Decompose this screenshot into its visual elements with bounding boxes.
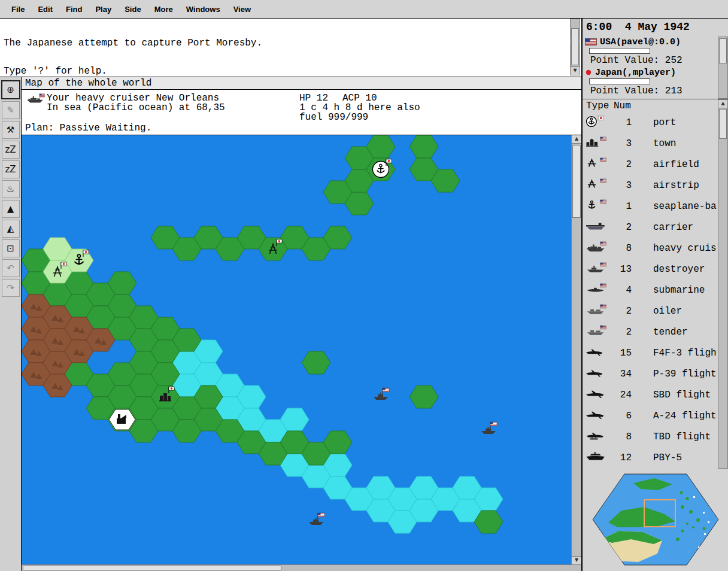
- map-window-title: Map of the whole world: [22, 77, 581, 90]
- menu-item-find[interactable]: Find: [59, 2, 89, 16]
- explore-tool[interactable]: ◭: [2, 220, 20, 238]
- unit-type-label: heavy cruis: [653, 243, 717, 254]
- world-map[interactable]: [22, 135, 572, 564]
- warship-icon: [26, 93, 45, 104]
- scrollbar-thumb[interactable]: [571, 28, 579, 65]
- scroll-down-icon[interactable]: ▼: [572, 556, 581, 564]
- unit-type-row[interactable]: 13 destroyer: [583, 259, 719, 280]
- unit-type-row[interactable]: 8 heavy cruis: [583, 238, 719, 259]
- unit-type-label: airfield: [653, 159, 699, 170]
- fighter-icon: [585, 346, 606, 357]
- unit-count: 34: [611, 369, 632, 379]
- unit-count: 3: [611, 138, 632, 149]
- unit-location: In sea (Pacific ocean) at 68,35: [47, 102, 225, 113]
- unit-type-row[interactable]: 2 airfield: [583, 154, 719, 175]
- scroll-up-icon[interactable]: ▲: [572, 135, 581, 144]
- fire-tool[interactable]: ♨: [2, 180, 20, 198]
- unit-type-label: oiler: [653, 306, 682, 317]
- unit-type-row[interactable]: 1 port: [583, 113, 719, 133]
- world-minimap[interactable]: [592, 472, 720, 567]
- unit-type-row[interactable]: 4 submarine: [583, 280, 719, 301]
- auxship-icon: [585, 325, 606, 336]
- menu-item-windows[interactable]: Windows: [180, 2, 227, 16]
- unit-count: 2: [611, 222, 632, 233]
- town-icon: [585, 136, 606, 148]
- auxship-icon: [585, 304, 606, 315]
- xconq-window: { "menu": {"items": ["File", "Edit", "Fi…: [0, 0, 728, 571]
- submarine-icon: [585, 283, 606, 294]
- column-num: Num: [614, 101, 631, 111]
- unit-list-scrollbar[interactable]: ▲: [718, 99, 728, 469]
- sleep-tool[interactable]: zZ: [2, 141, 20, 159]
- menu-item-more[interactable]: More: [148, 2, 180, 16]
- port-icon: [585, 116, 606, 127]
- undo-tool[interactable]: ↶: [2, 259, 20, 277]
- unit-type-row[interactable]: 6 A-24 flight: [583, 406, 719, 427]
- side-entry-japan[interactable]: Japan(,mplayer): [583, 67, 718, 78]
- unit-type-row[interactable]: 8 TBD flight: [583, 427, 719, 448]
- transfer-tool[interactable]: ⊡: [2, 239, 20, 257]
- seaplane-icon: [585, 199, 606, 211]
- unit-type-label: F4F-3 fligh: [653, 348, 717, 359]
- scroll-down-icon[interactable]: ▼: [571, 66, 580, 75]
- map-horizontal-scrollbar[interactable]: [22, 564, 581, 571]
- column-type: Type: [586, 101, 614, 111]
- unit-type-row[interactable]: 2 oiler: [583, 301, 719, 322]
- side-point-value: Point Value: 252: [583, 55, 718, 67]
- unit-type-row[interactable]: 3 town: [583, 133, 719, 154]
- side-name: Japan(,mplayer): [595, 68, 676, 78]
- rest-tool[interactable]: zZ: [2, 160, 20, 178]
- menu-item-edit[interactable]: Edit: [31, 2, 59, 16]
- unit-list-header: Type Num: [583, 99, 719, 113]
- unit-type-label: A-24 flight: [653, 411, 717, 421]
- unit-type-label: tender: [653, 327, 688, 338]
- unit-type-label: town: [653, 138, 676, 149]
- unit-type-label: port: [653, 117, 676, 128]
- unit-type-row[interactable]: 15 F4F-3 fligh: [583, 343, 719, 364]
- torpbomber-icon: [585, 430, 606, 441]
- menu-item-view[interactable]: View: [227, 2, 257, 16]
- scrollbar-thumb[interactable]: [719, 38, 727, 63]
- unit-count: 8: [611, 243, 632, 254]
- notice-line: Type '?' for help.: [4, 67, 567, 77]
- menu-item-file[interactable]: File: [5, 2, 31, 16]
- survey-tool[interactable]: ⊕: [1, 80, 20, 99]
- draw-tool[interactable]: ✎: [2, 101, 20, 119]
- notice-area: The Japanese attempt to capture Port Mor…: [0, 19, 581, 77]
- unit-type-row[interactable]: 1 seaplane-ba: [583, 196, 719, 217]
- scrollbar-thumb[interactable]: [719, 109, 727, 139]
- unit-type-label: seaplane-ba: [653, 201, 717, 212]
- unit-count: 1: [611, 117, 632, 128]
- unit-type-label: PBY-5: [653, 452, 682, 463]
- scroll-up-icon[interactable]: ▲: [718, 100, 727, 108]
- notice-line: The Japanese attempt to capture Port Mor…: [4, 39, 567, 48]
- side-entry-usa[interactable]: USA(pavel@:0.0): [583, 37, 718, 48]
- scrollbar-thumb[interactable]: [572, 145, 581, 218]
- side-name: USA(pavel@:0.0): [600, 37, 681, 47]
- unit-type-row[interactable]: 2 carrier: [583, 217, 719, 238]
- unit-count: 3: [611, 180, 632, 191]
- build-tool[interactable]: ⚒: [2, 121, 20, 139]
- unit-type-row[interactable]: 34 P-39 flight: [583, 364, 719, 385]
- sides-scrollbar[interactable]: [718, 37, 728, 99]
- side-progress-bar: [589, 48, 650, 54]
- unit-type-label: SBD flight: [653, 390, 711, 400]
- unit-type-label: carrier: [653, 222, 693, 233]
- menu-item-side[interactable]: Side: [118, 2, 147, 16]
- minimap-area: [583, 469, 728, 571]
- airbase-icon: [585, 157, 606, 169]
- unit-type-row[interactable]: 24 SBD flight: [583, 385, 719, 406]
- unit-type-row[interactable]: 3 airstrip: [583, 175, 719, 196]
- move-tool[interactable]: ▲: [2, 200, 20, 218]
- menu-item-play[interactable]: Play: [89, 2, 118, 16]
- scrollbar-thumb[interactable]: [23, 566, 281, 570]
- red-dot-icon: [585, 69, 592, 76]
- map-vertical-scrollbar[interactable]: ▲ ▼: [571, 135, 581, 564]
- unit-type-row[interactable]: 12 PBY-5: [583, 448, 719, 469]
- unit-count: 2: [611, 159, 632, 170]
- unit-type-row[interactable]: 2 tender: [583, 322, 719, 343]
- unit-type-list: Type Num 1 port 3 town: [583, 99, 728, 469]
- notice-scrollbar[interactable]: ▲ ▼: [570, 19, 580, 75]
- redo-tool[interactable]: ↷: [2, 279, 20, 297]
- fighter-icon: [585, 367, 606, 378]
